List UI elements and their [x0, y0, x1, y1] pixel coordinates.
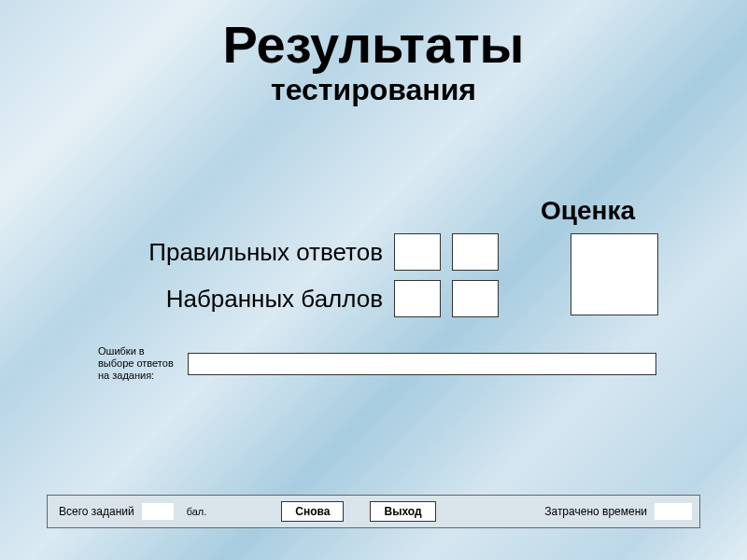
again-button[interactable]: Снова: [281, 501, 344, 522]
title-block: Результаты тестирования: [0, 0, 747, 107]
grade-value: [571, 233, 658, 315]
title-sub: тестирования: [0, 73, 747, 107]
time-value: [655, 503, 692, 520]
time-label: Затрачено времени: [544, 505, 647, 518]
errors-row: Ошибки в выборе ответов на задания:: [98, 345, 656, 383]
grade-label: Оценка: [541, 196, 635, 226]
points-value-1: [394, 280, 441, 317]
exit-button[interactable]: Выход: [370, 501, 435, 522]
correct-value-2: [452, 233, 499, 271]
points-value-2: [452, 280, 499, 317]
total-tasks-value: [142, 503, 174, 520]
errors-value: [188, 353, 656, 375]
bal-label: бал.: [187, 506, 207, 517]
errors-label: Ошибки в выборе ответов на задания:: [98, 345, 182, 383]
footer-bar: Всего заданий бал. Снова Выход Затрачено…: [47, 495, 700, 528]
correct-label: Правильных ответов: [84, 238, 394, 267]
total-tasks-label: Всего заданий: [59, 505, 134, 518]
points-label: Набранных баллов: [84, 285, 394, 314]
title-main: Результаты: [0, 19, 747, 71]
correct-value-1: [394, 233, 441, 271]
